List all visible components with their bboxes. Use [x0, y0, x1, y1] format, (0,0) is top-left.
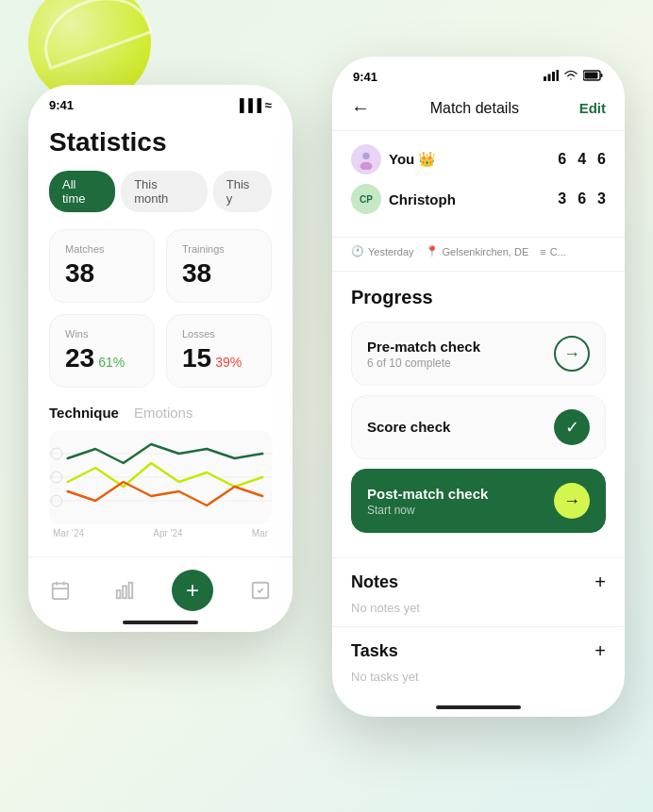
svg-rect-19	[601, 74, 603, 77]
stat-wins-value: 2361%	[65, 343, 139, 373]
nav-stats-icon[interactable]	[108, 573, 142, 607]
stat-losses-value: 1539%	[182, 343, 256, 373]
left-time: 9:41	[49, 98, 74, 112]
svg-rect-17	[557, 70, 560, 81]
notes-add-button[interactable]: +	[594, 572, 606, 593]
chart-label-mar: Mar	[252, 528, 268, 539]
score-check-title: Score check	[367, 419, 450, 435]
svg-rect-15	[548, 75, 551, 82]
player-row-you: You 👑 6 4 6	[351, 144, 606, 174]
meta-location-text: Gelsenkirchen, DE	[443, 246, 529, 257]
prematch-btn[interactable]: →	[554, 336, 590, 372]
chart-label-apr24: Apr '24	[153, 528, 182, 539]
progress-card-prematch[interactable]: Pre-match check 6 of 10 complete →	[351, 322, 606, 386]
meta-extra-text: C...	[550, 246, 566, 257]
score-card-left: Score check	[367, 419, 450, 437]
tasks-add-button[interactable]: +	[594, 640, 606, 662]
svg-rect-11	[123, 586, 126, 598]
stat-losses: Losses 1539%	[166, 314, 272, 388]
stats-grid: Matches 38 Trainings 38 Wins 2361% Losse…	[49, 229, 272, 388]
tasks-title: Tasks	[351, 641, 398, 661]
notes-section-header: Notes +	[332, 557, 625, 599]
svg-point-21	[362, 153, 369, 159]
filter-tab-thisyear[interactable]: This y	[213, 171, 272, 212]
nav-tasks-icon[interactable]	[243, 573, 277, 607]
postmatch-card-left: Post-match check Start now	[367, 486, 488, 517]
right-signal-icon	[544, 70, 559, 84]
chart-labels: Mar '24 Apr '24 Mar	[49, 524, 272, 539]
tasks-section-header: Tasks +	[332, 626, 625, 668]
chart-tab-technique[interactable]: Technique	[49, 405, 119, 421]
progress-title: Progress	[351, 287, 606, 308]
filter-tab-alltime[interactable]: All time	[49, 171, 115, 212]
list-icon: ≡	[540, 246, 545, 257]
notes-title: Notes	[351, 572, 398, 592]
chart-label-mar24: Mar '24	[53, 528, 84, 539]
edit-button[interactable]: Edit	[579, 100, 606, 116]
left-phone: 9:41 ▐▐▐ ≈ Statistics All time This mont…	[28, 85, 293, 632]
stat-losses-label: Losses	[182, 328, 256, 340]
home-indicator-left	[123, 621, 198, 624]
filter-tab-thismonth[interactable]: This month	[121, 171, 208, 212]
svg-rect-20	[585, 73, 598, 79]
svg-rect-14	[544, 76, 546, 81]
score-you-set1: 6	[558, 151, 566, 168]
player-you-name: You 👑	[389, 151, 558, 168]
player-you-avatar	[351, 144, 381, 174]
back-button[interactable]: ←	[351, 97, 370, 119]
score-christoph-set1: 3	[558, 191, 566, 207]
postmatch-btn[interactable]: →	[554, 483, 590, 519]
svg-rect-10	[117, 590, 121, 598]
stat-trainings-label: Trainings	[182, 243, 256, 255]
left-status-bar: 9:41 ▐▐▐ ≈	[28, 85, 293, 120]
notes-empty: No notes yet	[332, 599, 625, 626]
player-christoph-name: Christoph	[389, 191, 558, 207]
right-status-bar: 9:41	[332, 57, 625, 91]
location-icon: 📍	[426, 245, 439, 257]
stat-wins: Wins 2361%	[49, 314, 155, 388]
meta-location: 📍 Gelsenkirchen, DE	[426, 245, 529, 257]
chart-svg	[49, 430, 272, 524]
header-title: Match details	[430, 100, 519, 117]
stat-losses-percent: 39%	[215, 355, 242, 370]
progress-card-postmatch[interactable]: Post-match check Start now →	[351, 469, 606, 533]
right-battery-icon	[583, 70, 604, 84]
left-signal: ▐▐▐ ≈	[236, 98, 272, 112]
nav-calendar-icon[interactable]	[43, 573, 77, 607]
score-check-btn[interactable]: ✓	[554, 409, 590, 445]
prematch-card-left: Pre-match check 6 of 10 complete	[367, 339, 480, 370]
prematch-sub: 6 of 10 complete	[367, 356, 480, 370]
postmatch-title: Post-match check	[367, 486, 488, 502]
stat-wins-label: Wins	[65, 328, 139, 340]
svg-rect-6	[53, 583, 69, 599]
svg-rect-16	[552, 72, 555, 81]
stat-trainings-value: 38	[182, 258, 256, 289]
right-status-icons	[544, 70, 604, 84]
stat-matches: Matches 38	[49, 229, 155, 303]
stat-matches-label: Matches	[65, 243, 139, 255]
score-christoph-set2: 6	[578, 191, 586, 207]
home-indicator-right	[436, 705, 521, 709]
header-bar: ← Match details Edit	[332, 91, 625, 131]
progress-card-score[interactable]: Score check ✓	[351, 395, 606, 459]
stat-matches-value: 38	[65, 258, 139, 289]
chart-tabs: Technique Emotions	[49, 405, 272, 421]
meta-extra: ≡ C...	[540, 245, 566, 257]
score-you-set2: 4	[578, 151, 586, 168]
crown-icon: 👑	[418, 151, 436, 167]
svg-rect-12	[129, 582, 133, 598]
meta-date-text: Yesterday	[368, 246, 414, 257]
chart-tab-emotions[interactable]: Emotions	[134, 405, 193, 421]
right-phone: 9:41 ← Match details Edit You 👑	[332, 57, 625, 717]
player-you-scores: 6 4 6	[558, 151, 606, 168]
right-time: 9:41	[353, 70, 377, 84]
clock-icon: 🕐	[351, 245, 364, 257]
player-christoph-scores: 3 6 3	[558, 191, 606, 207]
tasks-empty: No tasks yet	[332, 668, 625, 695]
score-christoph-set3: 3	[597, 191, 606, 207]
meta-date: 🕐 Yesterday	[351, 245, 414, 257]
nav-add-button[interactable]: +	[172, 570, 213, 611]
svg-point-22	[360, 162, 373, 170]
progress-section: Progress Pre-match check 6 of 10 complet…	[332, 272, 625, 557]
match-players: You 👑 6 4 6 CP Christoph 3 6 3	[332, 131, 625, 238]
